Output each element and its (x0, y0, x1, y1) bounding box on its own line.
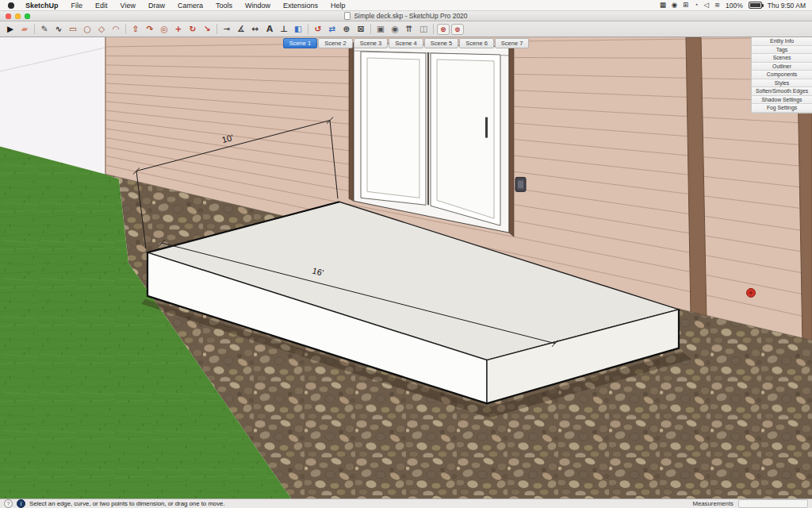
pan-tool[interactable]: ⇄ (325, 22, 339, 36)
door-jamb-right (509, 47, 514, 237)
follow-me-tool[interactable]: ↷ (143, 22, 157, 36)
menu-camera[interactable]: Camera (171, 2, 209, 10)
tray-outliner[interactable]: Outliner (752, 63, 812, 71)
sketchup-window: SketchUpFileEditViewDrawCameraToolsWindo… (0, 0, 812, 508)
menu-view[interactable]: View (114, 2, 142, 10)
door-glass-left[interactable] (367, 58, 419, 198)
move-tool[interactable]: + (171, 22, 186, 36)
toolbar-separator (125, 24, 126, 34)
measurements-input[interactable] (738, 499, 808, 508)
tray-components[interactable]: Components (752, 71, 812, 79)
paint-bucket-tool[interactable]: ◧ (291, 22, 305, 36)
battery-icon[interactable] (749, 2, 762, 9)
text-tool[interactable]: A (262, 22, 277, 36)
dimension-tool[interactable]: ↔ (248, 22, 262, 36)
measurements-area: Measurements (692, 499, 808, 508)
line-tool[interactable]: ✎ (37, 22, 52, 36)
scene-tab-5[interactable]: Scene 5 (424, 38, 459, 48)
scene-tab-4[interactable]: Scene 4 (389, 38, 423, 48)
toolbar-tools: ▶▰✎∿▭○◇◠⇧↷◎+↻↘⊸∡↔A⊥◧↺⇄⊕⊠▣◉⇈◫⊛⊚ (0, 21, 812, 37)
freehand-tool[interactable]: ∿ (52, 22, 66, 36)
scene-tab-7[interactable]: Scene 7 (495, 38, 530, 48)
toolbar-separator (34, 24, 35, 34)
scene-tabs: Scene 1Scene 2Scene 3Scene 4Scene 5Scene… (0, 38, 812, 48)
rotate-tool[interactable]: ↻ (186, 22, 200, 36)
menu-tools[interactable]: Tools (209, 2, 239, 10)
scene-tab-3[interactable]: Scene 3 (354, 38, 389, 48)
door-glass-right[interactable] (437, 60, 494, 218)
menubar-status-icons: ▦◉⊞◔◁≋ (660, 0, 720, 10)
battery-percent: 100% (726, 2, 743, 10)
tray-scenes[interactable]: Scenes (752, 54, 812, 63)
look-around-tool[interactable]: ◉ (388, 22, 402, 36)
axes-tool[interactable]: ⊥ (277, 22, 291, 36)
model-viewport[interactable]: 10' 16' (0, 37, 812, 498)
window-title: Simple deck.skp - SketchUp Pro 2020 (0, 12, 812, 20)
walk-tool[interactable]: ⇈ (402, 22, 416, 36)
door-handle[interactable] (485, 117, 488, 138)
tray-tags[interactable]: Tags (752, 46, 812, 55)
toolbar-separator (433, 24, 434, 34)
orbit-tool[interactable]: ↺ (311, 22, 325, 36)
menubar-status-area: ▦◉⊞◔◁≋ 100% Thu 9:50 AM (660, 0, 806, 10)
eraser-tool[interactable]: ▰ (17, 22, 32, 36)
select-tool[interactable]: ▶ (3, 22, 17, 36)
menu-window[interactable]: Window (239, 2, 277, 10)
window-title-bar[interactable]: Simple deck.skp - SketchUp Pro 2020 (0, 11, 812, 21)
scene-tab-1[interactable]: Scene 1 (283, 38, 318, 48)
tape-measure-tool[interactable]: ⊸ (220, 22, 234, 36)
display-icon[interactable]: ⊞ (683, 0, 688, 10)
zoom-tool[interactable]: ⊕ (339, 22, 354, 36)
tray-fog-settings[interactable]: Fog Settings (752, 104, 812, 113)
arc-tool[interactable]: ◠ (109, 22, 123, 36)
window-title-text: Simple deck.skp - SketchUp Pro 2020 (354, 12, 467, 20)
menu-sketchup[interactable]: SketchUp (19, 2, 65, 10)
measurements-label: Measurements (692, 500, 733, 507)
style-thumbnail-2[interactable]: ⊚ (451, 24, 464, 35)
menu-draw[interactable]: Draw (142, 2, 171, 10)
close-button[interactable] (6, 13, 11, 19)
menu-extensions[interactable]: Extensions (277, 2, 324, 10)
outlet-box-inner (518, 180, 523, 188)
time-machine-icon[interactable]: ◔ (694, 0, 698, 10)
offset-tool[interactable]: ◎ (157, 22, 171, 36)
circle-tool[interactable]: ○ (80, 22, 94, 36)
toolbar-separator (370, 24, 371, 34)
toolbar-separator (216, 24, 217, 34)
scale-tool[interactable]: ↘ (200, 22, 214, 36)
context-info-icon[interactable]: i (17, 499, 25, 508)
minimize-button[interactable] (15, 13, 21, 19)
menubar-clock[interactable]: Thu 9:50 AM (768, 2, 806, 10)
tray-entity-info[interactable]: Entity Info (752, 37, 812, 46)
push-pull-tool[interactable]: ⇧ (128, 22, 143, 36)
drawing-area[interactable]: 10' 16' Scene 1Scene 2Scene 3Scene 4Scen… (0, 37, 812, 498)
macos-menu-bar: SketchUpFileEditViewDrawCameraToolsWindo… (0, 0, 812, 11)
menu-edit[interactable]: Edit (89, 2, 114, 10)
help-icon[interactable]: ? (4, 499, 13, 508)
tray-shadow-settings[interactable]: Shadow Settings (752, 96, 812, 105)
menu-file[interactable]: File (65, 2, 90, 10)
zoom-button[interactable] (25, 13, 30, 19)
position-camera-tool[interactable]: ▣ (373, 22, 388, 36)
menu-help[interactable]: Help (324, 2, 352, 10)
extension-icon[interactable]: ▦ (660, 0, 666, 10)
status-hint: Select an edge, curve, or two points to … (29, 500, 225, 507)
tray-soften-smooth-edges[interactable]: Soften/Smooth Edges (752, 87, 812, 96)
apple-menu-icon[interactable] (8, 2, 14, 9)
section-plane-tool[interactable]: ◫ (416, 22, 431, 36)
rectangle-tool[interactable]: ▭ (66, 22, 80, 36)
protractor-tool[interactable]: ∡ (234, 22, 248, 36)
window-controls (6, 13, 30, 19)
tray-styles[interactable]: Styles (752, 79, 812, 88)
wifi-icon[interactable]: ≋ (714, 0, 720, 10)
scene-tab-6[interactable]: Scene 6 (459, 38, 494, 48)
polygon-tool[interactable]: ◇ (94, 22, 109, 36)
panel-tray: Entity InfoTagsScenesOutlinerComponentsS… (751, 37, 812, 114)
style-thumbnail-1[interactable]: ⊛ (437, 24, 450, 35)
bluetooth-icon[interactable]: ◁ (703, 0, 709, 10)
toolbar-separator (308, 24, 308, 34)
scene-tab-2[interactable]: Scene 2 (318, 38, 353, 48)
zoom-extents-tool[interactable]: ⊠ (354, 22, 368, 36)
red-marker-center (749, 291, 753, 294)
screen-record-icon[interactable]: ◉ (672, 0, 677, 10)
